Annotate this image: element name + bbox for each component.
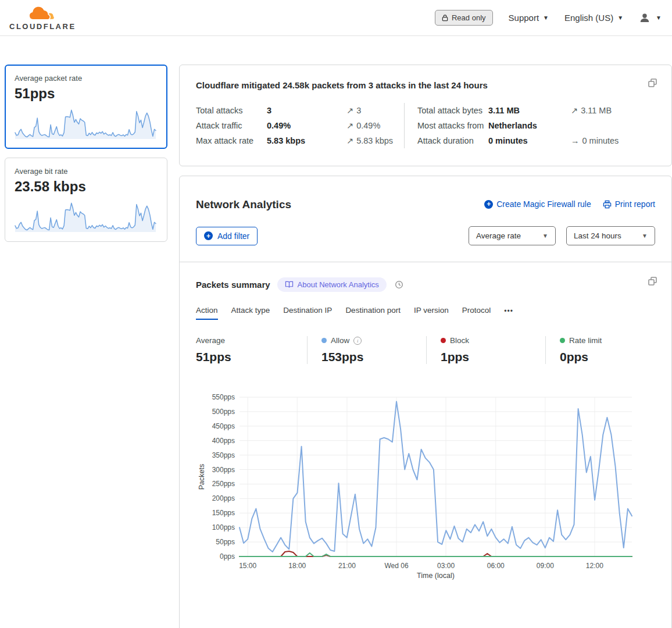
brand-wordmark: CLOUDFLARE [9, 23, 76, 30]
svg-text:100pps: 100pps [212, 523, 235, 531]
svg-text:Packets: Packets [198, 464, 206, 490]
series-value: 51pps [196, 350, 307, 364]
attack-summary-card: Cloudflare mitigated 24.58k packets from… [179, 65, 672, 166]
svg-text:200pps: 200pps [212, 494, 235, 502]
stat-tile-block: Block i 1pps [426, 336, 545, 364]
metric-value: 23.58 kbps [15, 179, 158, 195]
svg-text:18:00: 18:00 [288, 562, 306, 570]
summary-stats: Total attacks 3 ↗3 Attack traffic 0.49% … [196, 103, 655, 148]
metric-label: Average packet rate [15, 74, 158, 83]
trend-up-icon: ↗ [346, 121, 353, 130]
support-label: Support [509, 13, 539, 23]
svg-text:Time (local): Time (local) [417, 572, 455, 580]
metric-select[interactable]: Average rate ▼ [469, 226, 556, 245]
chevron-down-icon: ▼ [542, 233, 548, 239]
clock-icon [395, 280, 403, 289]
copy-icon [648, 78, 657, 88]
trend-flat-icon: → [571, 136, 580, 145]
tab-destination-ip[interactable]: Destination IP [283, 306, 332, 320]
tab-destination-port[interactable]: Destination port [345, 306, 401, 320]
packets-summary-title: Packets summary [196, 280, 270, 290]
series-label: Average [196, 336, 225, 345]
svg-text:12:00: 12:00 [586, 562, 603, 570]
stat-row-attack-traffic: Attack traffic 0.49% ↗0.49% [196, 118, 404, 133]
chevron-down-icon: ▼ [617, 15, 623, 21]
summary-title: Cloudflare mitigated 24.58k packets from… [196, 80, 655, 90]
metric-sidebar: Average packet rate 51pps Average bit ra… [5, 65, 167, 251]
metric-label: Average bit rate [15, 167, 158, 176]
language-menu[interactable]: English (US) ▼ [564, 13, 623, 23]
tab-action[interactable]: Action [196, 306, 218, 320]
stat-label: Attack duration [417, 136, 488, 145]
chevron-down-icon: ▼ [642, 233, 648, 239]
tab-protocol[interactable]: Protocol [462, 306, 491, 320]
account-menu[interactable]: ▼ [639, 12, 662, 24]
copy-packets-summary-button[interactable] [646, 275, 659, 289]
about-network-analytics-badge[interactable]: About Network Analytics [277, 277, 387, 292]
stat-label: Max attack rate [196, 136, 267, 145]
cloudflare-logo[interactable]: CLOUDFLARE [9, 6, 76, 30]
stat-row-max-attack-rate: Max attack rate 5.83 kbps ↗5.83 kbps [196, 133, 404, 148]
stat-label: Total attack bytes [417, 106, 488, 115]
svg-text:0pps: 0pps [220, 552, 235, 561]
copy-summary-button[interactable] [646, 77, 659, 91]
stat-value: 3 [267, 106, 346, 115]
tab-attack-type[interactable]: Attack type [231, 306, 270, 320]
stat-label: Total attacks [196, 106, 267, 115]
svg-text:150pps: 150pps [212, 509, 235, 517]
svg-text:03:00: 03:00 [437, 562, 455, 570]
metric-card-packet-rate[interactable]: Average packet rate 51pps [5, 65, 167, 149]
create-magic-firewall-rule-link[interactable]: + Create Magic Firewall rule [484, 199, 591, 209]
bit-rate-sparkline [15, 200, 156, 233]
stat-value: Netherlands [488, 121, 571, 130]
stat-value: 0.49% [267, 121, 346, 130]
svg-text:550pps: 550pps [212, 393, 235, 401]
svg-text:06:00: 06:00 [487, 562, 505, 570]
stat-tile-allow: Allow i 153pps [307, 336, 426, 364]
stat-tile-average: Average i 51pps [196, 336, 307, 364]
series-value: 1pps [441, 350, 545, 364]
svg-text:300pps: 300pps [212, 466, 235, 474]
read-only-badge[interactable]: Read only [435, 10, 493, 26]
series-value: 153pps [321, 350, 426, 364]
packets-summary-section: Packets summary About Network Analytics [180, 262, 671, 599]
time-window-button[interactable] [394, 279, 405, 290]
tabs-overflow-button[interactable]: ••• [504, 307, 513, 319]
metric-value: 51pps [15, 85, 158, 102]
top-header: CLOUDFLARE Read only Support ▼ English (… [0, 0, 672, 36]
stat-trend: ↗3.11 MB [571, 106, 655, 115]
packet-rate-sparkline [15, 107, 156, 140]
series-stats-row: Average i 51pps Allow i 153pps [196, 336, 655, 364]
info-icon[interactable]: i [353, 337, 362, 345]
chevron-down-icon: ▼ [656, 15, 662, 21]
plus-circle-icon: + [204, 231, 213, 240]
stat-label: Most attacks from [417, 121, 488, 130]
packets-chart-area: 0pps50pps100pps150pps200pps250pps300pps3… [196, 390, 655, 587]
svg-text:09:00: 09:00 [537, 562, 554, 570]
support-menu[interactable]: Support ▼ [509, 13, 549, 23]
plus-circle-icon: + [484, 200, 493, 209]
svg-text:50pps: 50pps [216, 538, 235, 546]
language-label: English (US) [564, 13, 613, 23]
trend-up-icon: ↗ [346, 136, 353, 145]
metric-card-bit-rate[interactable]: Average bit rate 23.58 kbps [5, 158, 167, 242]
stat-label: Attack traffic [196, 121, 267, 130]
series-label: Allow [331, 336, 349, 345]
page-title: Network Analytics [196, 198, 291, 211]
stat-value: 0 minutes [488, 136, 571, 145]
series-label: Block [450, 336, 469, 345]
stat-value: 5.83 kbps [267, 136, 346, 145]
chevron-down-icon: ▼ [543, 15, 549, 21]
tab-ip-version[interactable]: IP version [414, 306, 449, 320]
packets-time-series-chart: 0pps50pps100pps150pps200pps250pps300pps3… [196, 390, 638, 586]
print-report-link[interactable]: Print report [603, 199, 655, 209]
add-filter-button[interactable]: + Add filter [196, 227, 258, 245]
network-analytics-card: Network Analytics + Create Magic Firewal… [179, 176, 672, 628]
stat-tile-rate-limit: Rate limit i 0pps [545, 336, 664, 364]
svg-text:250pps: 250pps [212, 480, 235, 488]
time-range-select[interactable]: Last 24 hours ▼ [566, 226, 655, 245]
svg-text:400pps: 400pps [212, 437, 235, 445]
book-icon [285, 281, 294, 288]
stat-row-attack-duration: Attack duration 0 minutes →0 minutes [417, 133, 655, 148]
rate-limit-series-dot [560, 338, 565, 343]
